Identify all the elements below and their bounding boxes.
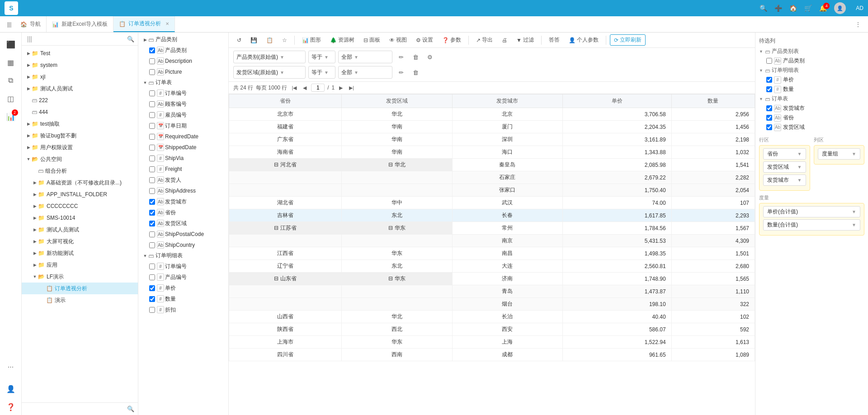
tree-item-apply[interactable]: ▶ 📁 应用 bbox=[22, 259, 138, 271]
field-checkbox-customerno[interactable] bbox=[149, 101, 155, 107]
settings-btn[interactable]: ⚙ 设置 bbox=[412, 35, 437, 45]
right-checkbox-qty[interactable] bbox=[766, 86, 772, 92]
tree-item-test[interactable]: ▶ 📁 Test bbox=[22, 47, 138, 59]
field-checkbox-shipaddress[interactable] bbox=[149, 188, 155, 194]
filetree-footer-input[interactable] bbox=[25, 406, 127, 412]
tab-more-btn[interactable]: ⋮ bbox=[852, 21, 864, 28]
tab-nav[interactable]: 🏠 导航 bbox=[15, 16, 47, 32]
refresh-btn[interactable]: ↺ bbox=[233, 36, 245, 45]
filter-op-1[interactable]: 等于 ▼ bbox=[308, 51, 335, 63]
field-checkbox-quantity[interactable] bbox=[149, 296, 155, 302]
export-btn[interactable]: ↗ 导出 bbox=[472, 35, 496, 45]
row-zone-item-province[interactable]: 省份 ▼ bbox=[763, 148, 806, 160]
page-next-btn[interactable]: ▶ bbox=[337, 84, 344, 92]
page-current-input[interactable] bbox=[311, 84, 325, 92]
filter-btn[interactable]: ▼ 过滤 bbox=[513, 35, 538, 45]
avatar[interactable]: 👤 bbox=[834, 2, 846, 14]
sidebar-icon-bar-chart[interactable]: 📊 2 bbox=[3, 108, 19, 125]
tab-close-btn[interactable]: ✕ bbox=[165, 21, 169, 26]
qa-btn[interactable]: 答答 bbox=[545, 35, 563, 45]
tabbar-more-icon[interactable]: ||| bbox=[4, 21, 15, 28]
sidebar-icon-dots[interactable]: ··· bbox=[3, 359, 19, 375]
field-checkbox-freight[interactable] bbox=[149, 166, 155, 172]
personal-btn[interactable]: 👤 个人参数 bbox=[565, 35, 602, 45]
field-checkbox-detail-orderno[interactable] bbox=[149, 264, 155, 269]
tree-item-orderpivot[interactable]: 📋 订单透视分析 bbox=[22, 283, 138, 294]
tree-item-appinstall[interactable]: ▶ 📁 APP_INSTALL_FOLDER bbox=[22, 189, 138, 200]
instant-refresh-btn[interactable]: ⟳ 立即刷新 bbox=[610, 34, 646, 46]
tree-item-bigscreen[interactable]: ▶ 📁 大屏可视化 bbox=[22, 236, 138, 247]
field-group-header-orders[interactable]: ▼ 🗃 订单表 bbox=[138, 77, 228, 88]
filter-edit-1[interactable]: ✏ bbox=[395, 51, 407, 63]
field-checkbox-discount[interactable] bbox=[149, 307, 155, 313]
help-btn[interactable]: ❓ 参数 bbox=[439, 35, 465, 45]
page-first-btn[interactable]: |◀ bbox=[290, 84, 298, 92]
tab-excel[interactable]: 📊 新建Excel导入模板 bbox=[47, 16, 113, 32]
filter-edit-2[interactable]: ✏ bbox=[395, 66, 407, 78]
print-btn[interactable]: 🖨 bbox=[498, 36, 511, 45]
filter-delete-1[interactable]: 🗑 bbox=[410, 51, 421, 63]
right-checkbox-shipregion-right[interactable] bbox=[766, 124, 772, 130]
field-checkbox-shippostal[interactable] bbox=[149, 231, 155, 237]
tree-item-testperson[interactable]: ▶ 📁 测试人员测试 bbox=[22, 83, 138, 94]
tree-item-demo[interactable]: 📋 演示 bbox=[22, 294, 138, 306]
field-checkbox-orderno[interactable] bbox=[149, 90, 155, 96]
right-section-productcategory-header[interactable]: ▼ 🗃 产品类别表 bbox=[759, 47, 864, 56]
add-icon[interactable]: ➕ bbox=[774, 5, 782, 12]
tree-item-permissions[interactable]: ▶ 📁 用户权限设置 bbox=[22, 141, 138, 153]
filter-op-2[interactable]: 等于 ▼ bbox=[308, 66, 335, 79]
filter-value-1[interactable]: 全部 ▼ bbox=[338, 51, 392, 63]
right-checkbox-shipcity[interactable] bbox=[766, 105, 772, 111]
field-group-header-orderdetails[interactable]: ▼ 🗃 订单明细表 bbox=[138, 250, 228, 261]
right-section-orderdetail-header[interactable]: ▼ 🗃 订单明细表 bbox=[759, 66, 864, 75]
cart-icon[interactable]: 🛒 bbox=[804, 5, 812, 12]
sidebar-icon-user[interactable]: 👤 bbox=[3, 381, 19, 397]
filter-value-2[interactable]: 全部 ▼ bbox=[338, 66, 392, 79]
tree-item-system[interactable]: ▶ 📁 system bbox=[22, 59, 138, 71]
right-checkbox-unitprice[interactable] bbox=[766, 77, 772, 83]
tree-item-cccc[interactable]: ▶ 📁 CCCCCCCC bbox=[22, 200, 138, 212]
field-checkbox-productno[interactable] bbox=[149, 274, 155, 280]
filter-field-2[interactable]: 发货区域(原始值) ▼ bbox=[233, 66, 306, 79]
page-prev-btn[interactable]: ◀ bbox=[301, 84, 308, 92]
right-section-orders-header[interactable]: ▼ 🗃 订单表 bbox=[759, 94, 864, 104]
tree-item-verifybug[interactable]: ▶ 📁 验证bug暂不删 bbox=[22, 130, 138, 141]
tree-item-abase[interactable]: ▶ 📁 A基础资源（不可修改此目录...) bbox=[22, 177, 138, 189]
filter-settings-1[interactable]: ⚙ bbox=[424, 51, 436, 63]
field-checkbox-unitprice[interactable] bbox=[149, 285, 155, 291]
save-as-btn[interactable]: 📋 bbox=[263, 36, 277, 45]
field-checkbox-province[interactable] bbox=[149, 210, 155, 216]
measure-item-qty[interactable]: 数量(合计值) ▼ bbox=[763, 219, 860, 231]
tree-item-sms[interactable]: ▶ 📁 SMS-10014 bbox=[22, 212, 138, 224]
tree-item-444[interactable]: 🗃 444 bbox=[22, 106, 138, 118]
filetree-footer-search-icon[interactable]: 🔍 bbox=[127, 406, 134, 412]
tab-analysis[interactable]: 📋 订单透视分析 ✕ bbox=[113, 16, 175, 32]
tree-item-combined[interactable]: 🗃 组合分析 bbox=[22, 165, 138, 177]
right-checkbox-productcategory[interactable] bbox=[766, 58, 772, 64]
save-btn[interactable]: 💾 bbox=[247, 36, 261, 45]
tree-item-newfeature[interactable]: ▶ 📁 新功能测试 bbox=[22, 247, 138, 259]
field-checkbox-description[interactable] bbox=[149, 58, 155, 64]
search-icon[interactable]: 🔍 bbox=[760, 5, 767, 12]
row-zone-item-city[interactable]: 发货城市 ▼ bbox=[763, 174, 806, 186]
row-zone-item-region[interactable]: 发货区域 ▼ bbox=[763, 161, 806, 173]
field-checkbox-employeeno[interactable] bbox=[149, 112, 155, 118]
bell-icon[interactable]: 🔔 4 bbox=[819, 5, 827, 12]
measure-item-price[interactable]: 单价(合计值) ▼ bbox=[763, 206, 860, 217]
field-checkbox-shipregion[interactable] bbox=[149, 221, 155, 226]
tree-item-222[interactable]: 🗃 222 bbox=[22, 94, 138, 106]
tree-item-testextract[interactable]: ▶ 📁 test抽取 bbox=[22, 118, 138, 130]
tree-item-xjl[interactable]: ▶ 📁 xjl bbox=[22, 71, 138, 83]
sidebar-icon-grid[interactable]: ▦ bbox=[3, 54, 19, 71]
filter-delete-2[interactable]: 🗑 bbox=[410, 66, 421, 78]
field-group-header-productcategory[interactable]: ▶ 🗃 产品类别 bbox=[138, 34, 228, 45]
panel-collapse-btn[interactable]: ||| bbox=[25, 35, 34, 42]
panel-btn[interactable]: ⊟ 面板 bbox=[360, 35, 384, 45]
tree-item-testperson2[interactable]: ▶ 📁 测试人员测试 bbox=[22, 224, 138, 236]
home-icon[interactable]: 🏠 bbox=[789, 5, 797, 12]
page-last-btn[interactable]: ▶| bbox=[347, 84, 356, 92]
filetree-search-icon[interactable]: 🔍 bbox=[127, 36, 134, 42]
field-checkbox-productcategory[interactable] bbox=[149, 47, 155, 53]
field-checkbox-shipper[interactable] bbox=[149, 177, 155, 183]
sidebar-icon-layers[interactable]: ⧉ bbox=[3, 72, 19, 89]
